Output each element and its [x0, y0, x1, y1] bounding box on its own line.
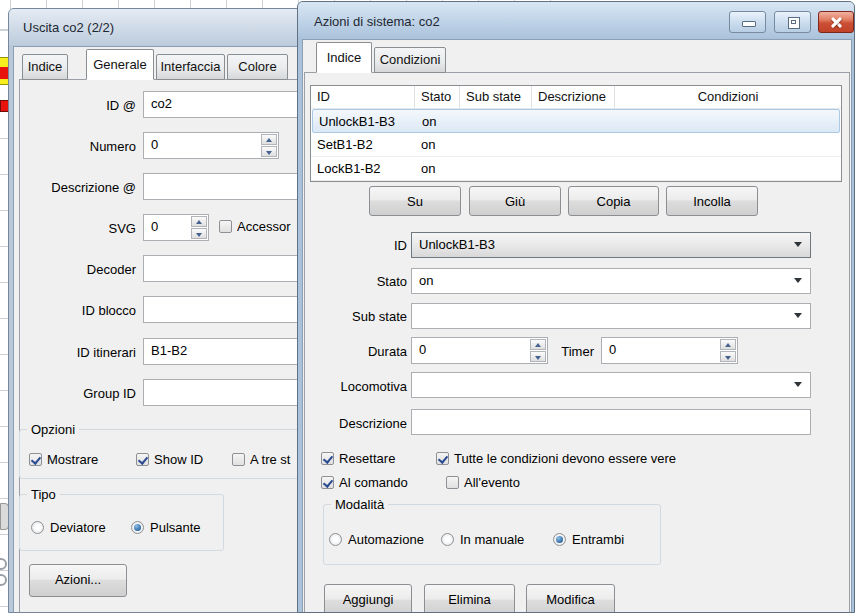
- action-id-value: UnlockB1-B3: [419, 237, 495, 252]
- accessorio-checkbox[interactable]: [219, 220, 232, 233]
- giu-button[interactable]: Giù: [469, 186, 561, 216]
- tab-interfaccia[interactable]: Interfaccia: [156, 54, 225, 80]
- cell-id: LockB1-B2: [311, 157, 415, 176]
- show-id-checkbox[interactable]: [136, 453, 149, 466]
- sub-state-label: Sub state: [298, 309, 407, 324]
- cell-id: UnlockB1-B3: [313, 110, 417, 129]
- a-tre-stati-checkbox[interactable]: [232, 453, 245, 466]
- elimina-button[interactable]: Elimina: [424, 584, 515, 613]
- automazione-label: Automazione: [348, 532, 424, 547]
- id-label: ID @: [9, 98, 136, 113]
- durata-label: Durata: [298, 344, 407, 359]
- tab-indice[interactable]: Indice: [22, 54, 68, 80]
- spinner-up-icon[interactable]: [191, 216, 207, 227]
- group-id-input[interactable]: [143, 379, 310, 406]
- decoder-input[interactable]: [143, 255, 310, 282]
- stato-combobox[interactable]: on: [411, 268, 811, 294]
- cell-stato: on: [415, 157, 460, 176]
- maximize-button[interactable]: [774, 11, 811, 33]
- descrizione-label: Descrizione @: [9, 180, 136, 195]
- opzioni-legend: Opzioni: [27, 422, 79, 437]
- timer-label: Timer: [548, 344, 594, 359]
- deviatore-radio[interactable]: [31, 521, 44, 534]
- entrambi-label: Entrambi: [572, 532, 624, 547]
- spinner-up-icon[interactable]: [720, 339, 736, 350]
- su-button[interactable]: Su: [369, 186, 461, 216]
- action-id-combobox[interactable]: UnlockB1-B3: [411, 232, 811, 258]
- actions-window: Azioni di sistema: co2 Indice Condizioni…: [297, 1, 855, 613]
- minimize-button[interactable]: [729, 11, 766, 33]
- decoder-label: Decoder: [9, 262, 136, 277]
- locomotiva-label: Locomotiva: [298, 379, 407, 394]
- aggiungi-button[interactable]: Aggiungi: [324, 584, 412, 613]
- table-header-descrizione[interactable]: Descrizione: [532, 86, 615, 108]
- deviatore-label: Deviatore: [50, 520, 106, 535]
- spinner-down-icon[interactable]: [191, 228, 207, 239]
- allevento-label: All'evento: [464, 475, 520, 490]
- output-window-title: Uscita co2 (2/2): [23, 20, 114, 35]
- action-descrizione-input[interactable]: [411, 409, 811, 435]
- table-header-id[interactable]: ID: [311, 86, 415, 108]
- table-row[interactable]: UnlockB1-B3 on: [312, 109, 840, 133]
- actions-table[interactable]: ID Stato Sub state Descrizione Condizion…: [310, 85, 842, 182]
- group-id-label: Group ID: [9, 386, 136, 401]
- minimize-icon: [742, 21, 756, 27]
- spinner-down-icon[interactable]: [261, 146, 277, 157]
- pulsante-radio[interactable]: [131, 521, 144, 534]
- tab-generale[interactable]: Generale: [86, 49, 154, 80]
- spinner-up-icon[interactable]: [530, 339, 546, 350]
- table-row[interactable]: LockB1-B2 on: [311, 157, 841, 181]
- output-window: Uscita co2 (2/2) Indice Generale Interfa…: [8, 8, 310, 613]
- al-comando-checkbox[interactable]: [321, 476, 334, 489]
- tutte-condizioni-label: Tutte le condizioni devono essere vere: [454, 451, 676, 466]
- cell-stato: on: [416, 110, 461, 129]
- actions-window-title: Azioni di sistema: co2: [314, 14, 440, 29]
- table-header-condizioni[interactable]: Condizioni: [615, 86, 841, 108]
- locomotiva-combobox[interactable]: [411, 372, 811, 398]
- copia-button[interactable]: Copia: [568, 186, 659, 216]
- resettare-label: Resettare: [339, 451, 395, 466]
- action-descrizione-label: Descrizione: [298, 416, 407, 431]
- spinner-down-icon[interactable]: [530, 351, 546, 362]
- al-comando-label: Al comando: [339, 475, 408, 490]
- close-button[interactable]: [818, 11, 854, 33]
- stato-value: on: [419, 273, 433, 288]
- resettare-checkbox[interactable]: [321, 452, 334, 465]
- tab-condizioni[interactable]: Condizioni: [374, 47, 446, 73]
- id-input[interactable]: co2: [143, 91, 310, 118]
- mostrare-checkbox[interactable]: [29, 453, 42, 466]
- chevron-down-icon: [794, 242, 802, 247]
- table-header-sub-state[interactable]: Sub state: [460, 86, 532, 108]
- modifica-button[interactable]: Modifica: [526, 584, 615, 613]
- in-manuale-radio[interactable]: [441, 533, 454, 546]
- chevron-down-icon: [794, 278, 802, 283]
- tab-indice-actions[interactable]: Indice: [316, 42, 372, 73]
- tab-colore[interactable]: Colore: [227, 54, 288, 80]
- id-itinerari-input[interactable]: B1-B2: [143, 338, 310, 365]
- incolla-button[interactable]: Incolla: [666, 186, 758, 216]
- descrizione-input[interactable]: [143, 173, 310, 200]
- tutte-condizioni-checkbox[interactable]: [436, 452, 449, 465]
- chevron-down-icon: [794, 382, 802, 387]
- table-header-stato[interactable]: Stato: [415, 86, 460, 108]
- chevron-down-icon: [794, 313, 802, 318]
- cell-id: SetB1-B2: [311, 133, 415, 152]
- pulsante-label: Pulsante: [150, 520, 201, 535]
- id-itinerari-label: ID itinerari: [9, 345, 136, 360]
- sub-state-combobox[interactable]: [411, 303, 811, 329]
- in-manuale-label: In manuale: [460, 532, 524, 547]
- spinner-up-icon[interactable]: [261, 134, 277, 145]
- entrambi-radio[interactable]: [553, 533, 566, 546]
- id-blocco-label: ID blocco: [9, 303, 136, 318]
- automazione-radio[interactable]: [329, 533, 342, 546]
- table-row[interactable]: SetB1-B2 on: [311, 133, 841, 157]
- id-blocco-input[interactable]: [143, 296, 310, 323]
- azioni-button[interactable]: Azioni...: [29, 564, 127, 597]
- maximize-icon: [788, 17, 800, 29]
- modalita-legend: Modalità: [331, 497, 388, 512]
- spinner-down-icon[interactable]: [720, 351, 736, 362]
- allevento-checkbox[interactable]: [446, 476, 459, 489]
- tipo-legend: Tipo: [27, 487, 60, 502]
- show-id-label: Show ID: [154, 452, 203, 467]
- svg-label: SVG: [9, 221, 136, 236]
